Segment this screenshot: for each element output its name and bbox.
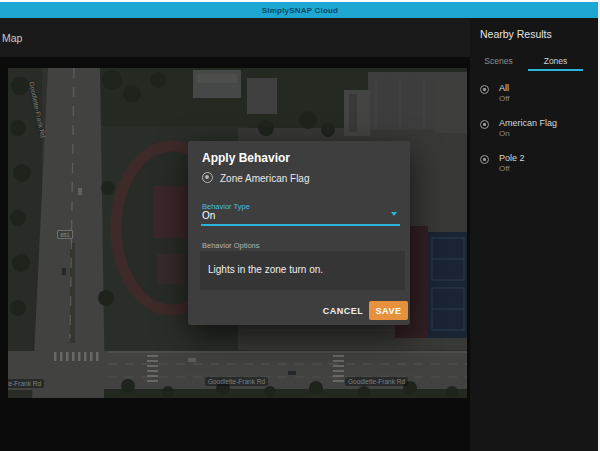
- zone-status: On: [499, 129, 510, 138]
- tab-scenes-label: Scenes: [484, 56, 512, 66]
- topbar: SimplySNAP Cloud: [0, 2, 600, 18]
- tab-scenes[interactable]: Scenes: [470, 51, 527, 71]
- cancel-button[interactable]: CANCEL: [321, 301, 365, 320]
- zone-list-item-american-flag[interactable]: American Flag On: [470, 117, 600, 147]
- zone-list-item-all[interactable]: All Off: [470, 82, 600, 112]
- behavior-options-label: Behavior Options: [202, 241, 260, 250]
- zone-icon: [480, 85, 489, 94]
- selected-zone-label: Zone American Flag: [220, 173, 310, 184]
- zone-name: Pole 2: [499, 153, 525, 163]
- select-underline: [201, 224, 400, 226]
- zone-list-item-pole-2[interactable]: Pole 2 Off: [470, 152, 600, 182]
- zone-name: All: [499, 83, 509, 93]
- behavior-type-select[interactable]: On: [201, 210, 400, 224]
- zone-status: Off: [499, 164, 510, 173]
- app-title: SimplySNAP Cloud: [262, 6, 338, 15]
- page-header: Map: [0, 18, 470, 57]
- dropdown-caret-icon: [391, 212, 397, 216]
- save-button[interactable]: SAVE: [369, 301, 408, 320]
- results-tabs: Scenes Zones: [470, 51, 584, 71]
- behavior-options-text: Lights in the zone turn on.: [208, 264, 323, 275]
- behavior-options-textarea[interactable]: Lights in the zone turn on.: [200, 251, 405, 290]
- screen: SimplySNAP Cloud Map: [0, 0, 600, 451]
- zone-icon: [480, 155, 489, 164]
- zone-name: American Flag: [499, 118, 557, 128]
- behavior-type-value: On: [202, 210, 215, 221]
- nearby-results-panel: Nearby Results Scenes Zones All Off Amer…: [470, 18, 600, 451]
- zone-icon: [480, 120, 489, 129]
- zone-icon: [202, 172, 213, 183]
- zone-status: Off: [499, 94, 510, 103]
- window-top-edge: [0, 0, 600, 2]
- tab-zones-label: Zones: [544, 56, 568, 66]
- tab-zones[interactable]: Zones: [527, 51, 584, 71]
- dialog-title: Apply Behavior: [202, 151, 290, 165]
- page-title: Map: [0, 32, 22, 44]
- apply-behavior-dialog: Apply Behavior Zone American Flag Behavi…: [188, 141, 410, 325]
- panel-title: Nearby Results: [480, 28, 552, 40]
